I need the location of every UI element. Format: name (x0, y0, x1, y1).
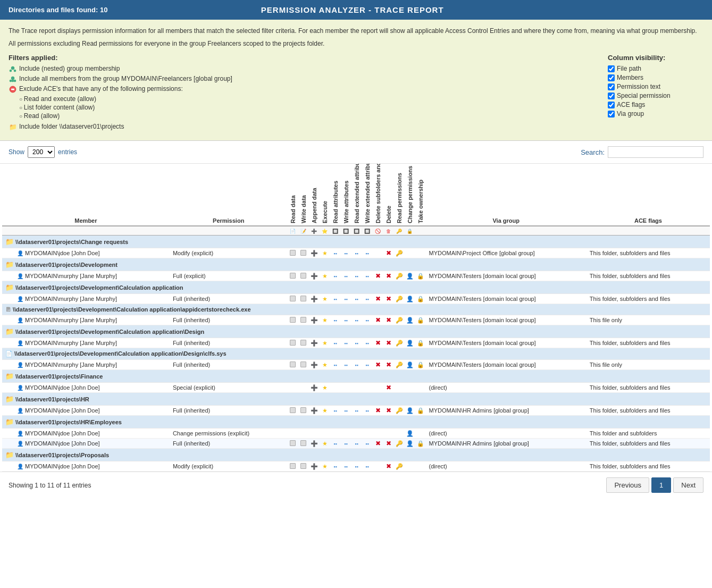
search-label: Search: (581, 148, 605, 156)
table-row: 👤MYDOMAIN\murphy [Jane Murphy] Full (exp… (2, 271, 710, 281)
filter-desc-2: All permissions excluding Read permissio… (9, 39, 703, 48)
col-vis-title: Column visibility: (608, 54, 703, 62)
exclude-item-2: List folder content (allow) (19, 104, 608, 111)
folder-row: 🖹\\dataserver01\projects\Development\Cal… (2, 304, 710, 315)
prev-button[interactable]: Previous (606, 477, 649, 493)
th-write-data: Write data (298, 164, 309, 226)
exclude-icon: ✕ (9, 85, 17, 94)
col-vis-filepath-check[interactable] (608, 65, 615, 72)
th-write-ext-attr: Write extended attributes (362, 164, 373, 226)
svg-text:✕: ✕ (11, 87, 15, 92)
th-member: Member (2, 164, 170, 226)
table-row: 👤MYDOMAIN\murphy [Jane Murphy] Full (inh… (2, 315, 710, 325)
table-wrapper: Member Permission Read data Write data A… (0, 164, 712, 472)
table-row: 👤MYDOMAIN\jdoe [John Doe] Full (inherite… (2, 439, 710, 449)
folder-row: 📁\\dataserver01\projects\HR (2, 393, 710, 406)
showing-text: Showing 1 to 11 of 11 entries (9, 482, 91, 489)
table-row: 👤MYDOMAIN\murphy [Jane Murphy] Full (inh… (2, 294, 710, 304)
th-execute: Execute (320, 164, 330, 226)
group-all-icon (9, 75, 17, 83)
search-area: Search: (581, 146, 703, 158)
col-vis-viagroup-label: Via group (617, 110, 644, 117)
filter-text-1: Include (nested) group membership (19, 65, 120, 72)
th-delete: Delete (383, 164, 394, 226)
th-via-group: Via group (426, 164, 587, 226)
table-row: 👤MYDOMAIN\jdoe [John Doe] Change permiss… (2, 429, 710, 439)
entries-label: entries (58, 148, 77, 156)
header: Directories and files found: 10 PERMISSI… (0, 0, 712, 20)
col-vis-filepath-label: File path (617, 65, 641, 72)
table-body: 📁\\dataserver01\projects\Change requests… (2, 236, 710, 472)
header-title: PERMISSION ANALYZER - TRACE REPORT (261, 5, 444, 14)
folder-row: 📁\\dataserver01\projects\Development (2, 258, 710, 271)
group-nested-icon (9, 65, 17, 73)
th-ace-flags: ACE flags (587, 164, 710, 226)
filter-text-3: Exclude ACE's that have any of the follo… (19, 85, 183, 93)
next-button[interactable]: Next (673, 477, 703, 493)
folder-row: 📄\\dataserver01\projects\Development\Cal… (2, 348, 710, 360)
show-label: Show (9, 148, 24, 156)
pagination-controls: Previous 1 Next (606, 477, 703, 493)
header-left: Directories and files found: 10 (9, 6, 107, 14)
table-row: 👤MYDOMAIN\jdoe [John Doe] Modify (explic… (2, 461, 710, 472)
exclude-item-1: Read and execute (allow) (19, 95, 608, 103)
search-input[interactable] (608, 146, 703, 158)
col-vis-permtext-label: Permission text (617, 83, 660, 90)
table-row: 👤MYDOMAIN\murphy [Jane Murphy] Full (inh… (2, 338, 710, 348)
svg-point-4 (10, 80, 12, 82)
col-vis-filepath[interactable]: File path (608, 65, 703, 72)
col-vis-viagroup-check[interactable] (608, 111, 615, 117)
permissions-table: Member Permission Read data Write data A… (2, 164, 710, 472)
col-vis-permtext-check[interactable] (608, 83, 615, 90)
folder-row: 📁\\dataserver01\projects\Proposals (2, 449, 710, 461)
col-vis-members[interactable]: Members (608, 74, 703, 81)
col-vis-viagroup[interactable]: Via group (608, 110, 703, 117)
page-1-button[interactable]: 1 (651, 477, 671, 493)
th-read-perm: Read permissions (394, 164, 405, 226)
header-row: Member Permission Read data Write data A… (2, 164, 710, 226)
table-controls: Show 200 50 100 entries Search: (0, 141, 712, 164)
th-append-data: Append data (309, 164, 320, 226)
filter-panel: The Trace report displays permission inf… (0, 20, 712, 141)
svg-point-6 (14, 80, 16, 82)
folder-row: 📁\\dataserver01\projects\Finance (2, 370, 710, 383)
svg-point-0 (11, 66, 14, 70)
col-vis-aceflags-label: ACE flags (617, 101, 645, 108)
filter-item-2: Include all members from the group MYDOM… (9, 75, 608, 83)
folder-row: 📁\\dataserver01\projects\Development\Cal… (2, 281, 710, 294)
col-vis-members-check[interactable] (608, 74, 615, 81)
svg-point-5 (12, 80, 14, 82)
filter-folder-text: Include folder \\dataserver01\projects (19, 123, 124, 130)
col-vis-permtext[interactable]: Permission text (608, 83, 703, 90)
entries-select[interactable]: 200 50 100 (28, 146, 55, 158)
exclude-items: Read and execute (allow) List folder con… (19, 95, 608, 120)
folder-include-icon: 📁 (9, 123, 17, 131)
icon-subrow: 📄 📝 ➕ ⭐ 🔲 🔲 🔲 🔲 🚫 🗑 🔑 🔒 (2, 226, 710, 236)
th-permission: Permission (170, 164, 288, 226)
svg-point-3 (11, 77, 14, 80)
table-row: 👤MYDOMAIN\murphy [Jane Murphy] Full (inh… (2, 360, 710, 370)
exclude-item-3: Read (allow) (19, 112, 608, 120)
filter-desc-1: The Trace report displays permission inf… (9, 26, 703, 36)
th-write-attr: Write attributes (341, 164, 351, 226)
table-row: 👤MYDOMAIN\jdoe [John Doe] Full (inherite… (2, 406, 710, 416)
th-delete-subfolders: Delete subfolders and files (373, 164, 383, 226)
filters-title: Filters applied: (9, 54, 608, 62)
col-vis-aceflags[interactable]: ACE flags (608, 101, 703, 108)
col-vis-aceflags-check[interactable] (608, 102, 615, 108)
th-read-ext-attr: Read extended attributes (351, 164, 362, 226)
col-vis-members-label: Members (617, 74, 643, 81)
folder-row: 📁\\dataserver01\projects\Change requests (2, 236, 710, 248)
filter-item-3: ✕ Exclude ACE's that have any of the fol… (9, 85, 608, 94)
table-row: 👤MYDOMAIN\jdoe [John Doe] Special (expli… (2, 383, 710, 393)
filter-item-folder: 📁 Include folder \\dataserver01\projects (9, 123, 608, 131)
th-change-perm: Change permissions (405, 164, 415, 226)
th-read-attr: Read attributes (330, 164, 341, 226)
th-read-data: Read data (288, 164, 298, 226)
folder-row: 📁\\dataserver01\projects\HR\Employees (2, 416, 710, 429)
filter-item-1: Include (nested) group membership (9, 65, 608, 73)
col-vis-specperm[interactable]: Special permission (608, 92, 703, 99)
table-row: 👤MYDOMAIN\jdoe [John Doe] Modify (explic… (2, 248, 710, 258)
th-take-ownership: Take ownership (415, 164, 426, 226)
col-vis-specperm-check[interactable] (608, 93, 615, 99)
